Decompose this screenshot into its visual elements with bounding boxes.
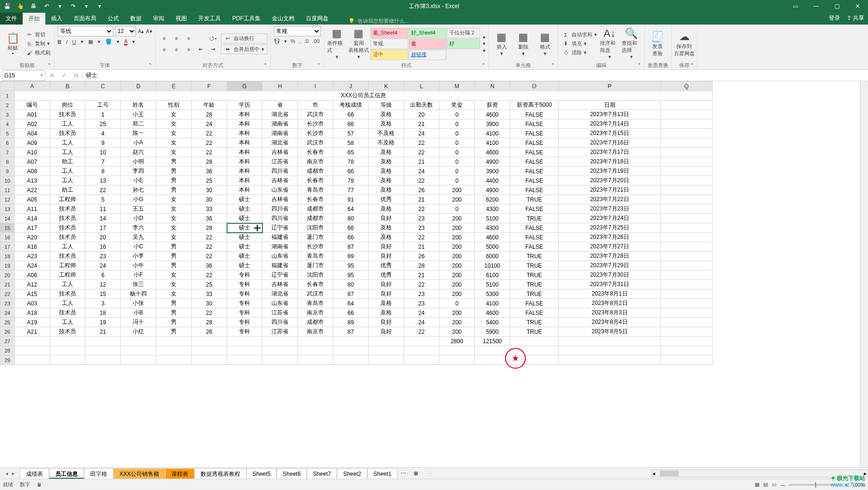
gallery-more-icon[interactable]: ▾ [483, 48, 486, 54]
cell-B23[interactable]: 工人 [50, 299, 85, 308]
cut-button[interactable]: ✂剪切 [25, 31, 51, 39]
cell-C24[interactable]: 18 [85, 308, 121, 318]
cell-N7[interactable]: 4600 [475, 148, 510, 157]
cell-I23[interactable]: 青岛市 [298, 299, 333, 308]
cell-P14[interactable]: 2023年7月24日 [559, 214, 661, 223]
cell-M10[interactable]: 0 [439, 176, 475, 186]
cell-P24[interactable]: 2023年8月3日 [559, 308, 661, 318]
view-page-icon[interactable]: ▤ [763, 482, 768, 488]
cell-K27[interactable] [369, 337, 404, 346]
cell-E21[interactable]: 女 [156, 280, 192, 289]
cell-E5[interactable]: 女 [156, 129, 192, 138]
cell-F18[interactable]: 22 [192, 252, 227, 261]
cell-J20[interactable]: 95 [333, 270, 369, 280]
cell-I5[interactable]: 长沙市 [298, 129, 333, 138]
cell-P20[interactable]: 2023年7月30日 [559, 270, 661, 280]
cell-Q17[interactable] [661, 242, 713, 252]
cell-C21[interactable]: 12 [85, 280, 121, 289]
close-icon[interactable]: ✕ [847, 0, 868, 12]
cell-A24[interactable]: A18 [15, 308, 50, 318]
cell-B16[interactable]: 技术员 [50, 233, 85, 242]
cell-C2[interactable]: 工号 [85, 101, 121, 110]
cell-O5[interactable]: FALSE [510, 129, 559, 138]
cell-Q11[interactable] [661, 186, 713, 195]
cell-D22[interactable]: 杨十四 [121, 289, 156, 299]
cell-J4[interactable]: 66 [333, 119, 369, 129]
cell-D18[interactable]: 小李 [121, 252, 156, 261]
cell-L15[interactable]: 23 [404, 223, 439, 233]
tab-PDF工具集[interactable]: PDF工具集 [227, 13, 266, 25]
cell-I10[interactable]: 长春市 [298, 176, 333, 186]
cell-G18[interactable]: 硕士 [227, 252, 262, 261]
maximize-icon[interactable]: ▢ [826, 0, 847, 12]
cell-A12[interactable]: A05 [15, 195, 50, 204]
col-header-Q[interactable]: Q [661, 82, 713, 91]
cell-H5[interactable]: 湖南省 [262, 129, 298, 138]
cell-D29[interactable] [121, 355, 156, 365]
cell-G24[interactable]: 专科 [227, 308, 262, 318]
cell-O3[interactable]: FALSE [510, 110, 559, 119]
cell-K19[interactable]: 优秀 [369, 261, 404, 270]
cell-I7[interactable]: 长春市 [298, 148, 333, 157]
border-button[interactable]: ▦ [88, 39, 93, 45]
cell-L17[interactable]: 21 [404, 242, 439, 252]
cell-C17[interactable]: 16 [85, 242, 121, 252]
select-all-corner[interactable] [0, 82, 15, 91]
cell-J16[interactable]: 66 [333, 233, 369, 242]
cell-M11[interactable]: 200 [439, 186, 475, 195]
cell-H13[interactable]: 四川省 [262, 204, 298, 214]
cell-K26[interactable]: 良好 [369, 327, 404, 337]
name-box[interactable]: G15▼ [2, 70, 46, 81]
cell-L9[interactable]: 24 [404, 167, 439, 176]
cell-P7[interactable]: 2023年7月17日 [559, 148, 661, 157]
col-header-E[interactable]: E [156, 82, 192, 91]
cell-A11[interactable]: A22 [15, 186, 50, 195]
row-header-7[interactable]: 7 [0, 148, 15, 157]
cell-M18[interactable]: 200 [439, 252, 475, 261]
tab-公式[interactable]: 公式 [102, 13, 125, 25]
cell-C18[interactable]: 23 [85, 252, 121, 261]
sheet-tab-Sheet5[interactable]: Sheet5 [246, 468, 277, 479]
row-header-27[interactable]: 27 [0, 337, 15, 346]
cell-style-超链接[interactable]: 超链接 [409, 50, 447, 60]
invoice-button[interactable]: 🧾发票 查验 [648, 28, 667, 59]
cell-O15[interactable]: FALSE [510, 223, 559, 233]
cell-K10[interactable]: 及格 [369, 176, 404, 186]
cell-Q22[interactable] [661, 289, 713, 299]
title-cell[interactable]: XXX公司员工信息 [15, 91, 713, 101]
cell-N13[interactable]: 4300 [475, 204, 510, 214]
cell-C12[interactable]: 5 [85, 195, 121, 204]
cell-O26[interactable]: TRUE [510, 327, 559, 337]
cell-G20[interactable]: 专科 [227, 270, 262, 280]
cell-Q10[interactable] [661, 176, 713, 186]
cell-O18[interactable]: TRUE [510, 252, 559, 261]
cell-J29[interactable] [333, 355, 369, 365]
cell-K15[interactable]: 及格 [369, 223, 404, 233]
cell-K22[interactable]: 良好 [369, 289, 404, 299]
cell-C22[interactable]: 15 [85, 289, 121, 299]
row-header-28[interactable]: 28 [0, 346, 15, 355]
tab-file[interactable]: 文件 [0, 13, 23, 25]
cell-D25[interactable]: 冯十 [121, 318, 156, 327]
cell-P13[interactable]: 2023年7月23日 [559, 204, 661, 214]
cell-E29[interactable] [156, 355, 192, 365]
cell-M24[interactable]: 200 [439, 308, 475, 318]
cell-L22[interactable]: 23 [404, 289, 439, 299]
cell-I16[interactable]: 厦门市 [298, 233, 333, 242]
cell-O14[interactable]: TRUE [510, 214, 559, 223]
align-middle-button[interactable]: ≡ [171, 33, 182, 43]
table-format-button[interactable]: ▦套用 表格格式▾ [349, 28, 369, 59]
cell-N24[interactable]: 4600 [475, 308, 510, 318]
cell-C11[interactable]: 22 [85, 186, 121, 195]
cell-B17[interactable]: 工人 [50, 242, 85, 252]
cell-J6[interactable]: 58 [333, 138, 369, 148]
cell-E22[interactable]: 女 [156, 289, 192, 299]
copy-button[interactable]: ⎘复制 ▾ [25, 40, 51, 48]
tab-金山文档[interactable]: 金山文档 [266, 13, 300, 25]
cell-K18[interactable]: 良好 [369, 252, 404, 261]
cell-P11[interactable]: 2023年7月21日 [559, 186, 661, 195]
cell-P6[interactable]: 2023年7月16日 [559, 138, 661, 148]
comma-button[interactable]: , [299, 38, 300, 44]
cell-C23[interactable]: 3 [85, 299, 121, 308]
cell-D2[interactable]: 姓名 [121, 101, 156, 110]
